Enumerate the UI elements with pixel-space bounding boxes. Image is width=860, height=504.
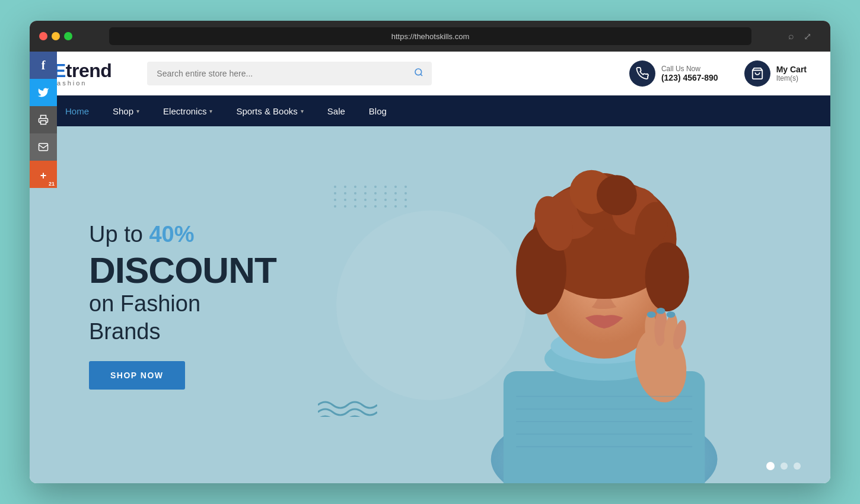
cart-items: Item(s)	[776, 74, 807, 82]
svg-rect-0	[39, 143, 48, 151]
svg-point-1	[415, 69, 422, 75]
slider-dot-3[interactable]	[794, 462, 801, 470]
nav-item-home[interactable]: Home	[53, 95, 101, 126]
sports-chevron-icon: ▾	[301, 108, 304, 114]
svg-point-19	[645, 243, 689, 312]
nav-items: Home Shop ▾ Electronics ▾ Sports & Books…	[53, 95, 399, 126]
electronics-chevron-icon: ▾	[209, 108, 212, 114]
social-twitter-button[interactable]	[30, 79, 57, 106]
slider-dot-1[interactable]	[766, 462, 775, 470]
hero-content: Up to 40% DISCOUNT on Fashion Brands SHO…	[30, 221, 276, 389]
hero-tagline-start: Up to	[89, 222, 149, 247]
logo[interactable]: Etrend fashion	[53, 60, 112, 87]
browser-search-icon[interactable]: ⌕	[788, 31, 794, 42]
shop-now-button[interactable]: SHOP NOW	[89, 361, 185, 390]
contact-label: Call Us Now	[661, 65, 718, 73]
cart-icon	[744, 60, 770, 87]
hero-subtext: on Fashion	[89, 289, 276, 318]
social-facebook-button[interactable]: f	[30, 52, 57, 79]
cart-label: My Cart	[776, 65, 807, 74]
site-wrapper: f + 21 Etrend fashion	[30, 52, 830, 483]
url-text: https://thehotskills.com	[391, 32, 470, 41]
dot-yellow[interactable]	[52, 32, 60, 40]
hero-headline: DISCOUNT	[89, 251, 276, 289]
svg-point-34	[666, 311, 675, 318]
svg-point-33	[656, 308, 665, 314]
cart-text: My Cart Item(s)	[776, 65, 807, 82]
hero-model	[390, 126, 831, 483]
social-print-button[interactable]	[30, 106, 57, 133]
browser-expand-icon[interactable]: ⤢	[804, 31, 811, 42]
nav-item-electronics[interactable]: Electronics ▾	[151, 95, 224, 126]
social-sidebar: f + 21	[30, 52, 57, 483]
logo-rest: trend	[66, 60, 112, 81]
contact-text: Call Us Now (123) 4567-890	[661, 65, 718, 82]
nav-item-shop[interactable]: Shop ▾	[101, 95, 151, 126]
svg-point-24	[596, 175, 636, 215]
dot-green[interactable]	[64, 32, 72, 40]
header-contact: Call Us Now (123) 4567-890	[629, 60, 718, 87]
search-button[interactable]	[406, 62, 432, 85]
browser-window: https://thehotskills.com ⌕ ⤢ f + 21	[30, 21, 830, 483]
phone-icon	[629, 60, 655, 87]
nav-item-sports-books[interactable]: Sports & Books ▾	[224, 95, 315, 126]
hero-waves-decoration	[318, 399, 377, 419]
hero-tagline: Up to 40%	[89, 221, 276, 248]
nav-item-blog[interactable]: Blog	[357, 95, 399, 126]
search-wrapper	[147, 62, 432, 85]
cart-section[interactable]: My Cart Item(s)	[744, 60, 807, 87]
site-header: Etrend fashion Call Us Now (123	[30, 52, 830, 95]
site-nav: Home Shop ▾ Electronics ▾ Sports & Books…	[30, 95, 830, 126]
slider-dot-2[interactable]	[781, 462, 788, 470]
browser-dots	[39, 32, 72, 40]
search-input[interactable]	[147, 63, 406, 84]
slider-dots	[766, 462, 801, 470]
hero-brands: Brands	[89, 319, 276, 344]
contact-number: (123) 4567-890	[661, 73, 718, 82]
logo-text: Etrend	[53, 60, 112, 82]
svg-point-32	[646, 311, 655, 318]
logo-subtitle: fashion	[53, 79, 87, 87]
hero-discount-percent: 40%	[149, 222, 194, 247]
shop-chevron-icon: ▾	[136, 108, 139, 114]
search-bar	[147, 62, 432, 85]
hero-section: Up to 40% DISCOUNT on Fashion Brands SHO…	[30, 126, 830, 483]
browser-chrome: https://thehotskills.com ⌕ ⤢	[30, 21, 830, 52]
social-plus-button[interactable]: + 21	[30, 161, 57, 188]
nav-item-sale[interactable]: Sale	[316, 95, 357, 126]
social-email-button[interactable]	[30, 133, 57, 161]
social-plus-count: 21	[49, 181, 55, 187]
dot-red[interactable]	[39, 32, 47, 40]
address-bar[interactable]: https://thehotskills.com	[109, 27, 751, 45]
browser-toolbar: ⌕ ⤢	[788, 31, 821, 42]
